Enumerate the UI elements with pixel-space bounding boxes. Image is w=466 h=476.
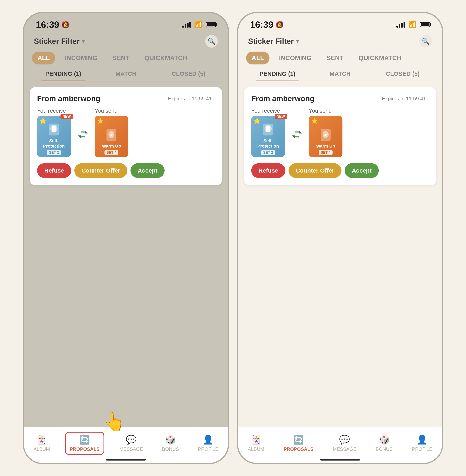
nav-item-message[interactable]: 💬 MESSAGE [329,433,360,454]
cursor-hand: 👆 [103,411,125,432]
album-nav-icon: 🃏 [36,435,47,445]
send-label: You send [309,108,342,114]
proposals-nav-icon: 🔄 [293,435,304,445]
app-container: 16:39 🔕 📶 Sticker Filter ▾ [23,12,443,464]
sub-tabs: PENDING (1) MATCH CLOSED (5) [24,66,228,81]
counter-offer-button[interactable]: Counter Offer [74,163,127,178]
status-bar: 16:39 🔕 📶 [238,13,442,31]
filter-tab-all[interactable]: ALL [246,52,269,64]
counter-offer-button[interactable]: Counter Offer [289,163,341,178]
send-side: You send ⭐ Warm Up SET 4 [94,108,128,157]
bell-icon: 🔕 [61,21,70,29]
proposals-nav-icon: 🔄 [79,435,90,445]
status-time: 16:39 🔕 [250,19,284,30]
wifi-icon: 📶 [194,21,202,29]
sub-tab-pending[interactable]: PENDING (1) [32,66,94,81]
sticker-filter-label: Sticker Filter [34,37,80,46]
nav-item-bonus[interactable]: 🎲 BONUS [158,433,183,454]
self-protection-art [260,122,276,138]
proposals-nav-label: PROPOSALS [70,446,100,452]
proposal-card: From amberwong Expires in 11:59:41 › You… [244,87,436,185]
search-icon: 🔍 [208,37,216,45]
svg-rect-3 [52,129,56,132]
send-sticker-card: ⭐ Warm Up SET 4 [309,116,342,157]
sub-tab-match[interactable]: MATCH [309,66,372,81]
nav-item-album[interactable]: 🃏 ALBUM [30,433,54,454]
trade-arrows-icon [77,128,89,143]
expires-text: Expires in 11:59:41 › [168,96,215,102]
receive-star-icon: ⭐ [39,118,47,124]
trade-area: You receive ⭐ NEW Self-Protection [251,108,429,157]
sub-tabs: PENDING (1) MATCH CLOSED (5) [238,66,442,81]
search-button[interactable]: 🔍 [419,35,432,47]
send-sticker-set: SET 4 [105,150,118,155]
main-content: From amberwong Expires in 11:59:41 › You… [24,87,228,427]
filter-tab-sent[interactable]: SENT [321,52,349,64]
filter-tab-quickmatch[interactable]: QUICKMATCH [353,52,407,64]
proposal-card: From amberwong Expires in 11:59:41 › You… [30,87,222,185]
filter-tabs: ALL INCOMING SENT QUICKMATCH [238,52,442,64]
sub-tab-match[interactable]: MATCH [94,66,157,81]
new-badge: NEW [275,114,287,119]
send-star-icon: ⭐ [97,118,104,124]
filter-tab-incoming[interactable]: INCOMING [59,52,103,64]
bonus-nav-label: BONUS [162,446,179,452]
profile-nav-label: PROFILE [412,446,432,452]
nav-item-album[interactable]: 🃏 ALBUM [244,433,268,454]
svg-marker-5 [78,136,85,139]
accept-button[interactable]: Accept [130,163,164,178]
refuse-button[interactable]: Refuse [37,163,71,178]
action-buttons: Refuse Counter Offer Accept [251,163,429,178]
status-time: 16:39 🔕 [36,19,70,30]
nav-item-profile[interactable]: 👤 PROFILE [194,433,222,454]
filter-tab-sent[interactable]: SENT [107,52,135,64]
chevron-down-icon: ▾ [82,38,85,45]
nav-item-bonus[interactable]: 🎲 BONUS [372,433,396,454]
nav-item-profile[interactable]: 👤 PROFILE [408,433,436,454]
message-nav-icon: 💬 [126,435,137,445]
receive-sticker-card: ⭐ NEW Self-Protection SET 2 [251,116,285,157]
refuse-button[interactable]: Refuse [251,163,285,178]
send-sticker-name: Warm Up [316,144,335,149]
warm-up-art [104,127,119,143]
filter-tab-quickmatch[interactable]: QUICKMATCH [139,52,193,64]
svg-rect-11 [266,129,270,132]
send-star-icon: ⭐ [311,118,318,124]
album-nav-icon: 🃏 [251,435,262,445]
nav-item-message[interactable]: 💬 MESSAGE [116,433,147,454]
receive-label: You receive [251,108,285,114]
warm-up-art [318,127,334,143]
nav-item-proposals[interactable]: 🔄 PROPOSALS [280,433,317,454]
send-sticker-set: SET 4 [319,150,333,155]
receive-sticker-card: ⭐ NEW Self-Protection SET 2 [37,116,71,157]
accept-button[interactable]: Accept [345,163,379,178]
album-nav-label: ALBUM [34,446,50,452]
svg-point-10 [266,126,270,129]
trade-area: You receive ⭐ NEW Self-Protection [37,108,215,157]
card-header: From amberwong Expires in 11:59:41 › [37,94,215,103]
filter-tab-incoming[interactable]: INCOMING [273,52,317,64]
search-button[interactable]: 🔍 [205,35,218,47]
nav-item-proposals[interactable]: 🔄 PROPOSALS [65,432,105,455]
sub-tab-closed[interactable]: CLOSED (5) [372,66,434,81]
from-text: From amberwong [37,94,100,103]
message-nav-label: MESSAGE [119,446,143,452]
chevron-down-icon: ▾ [296,38,299,45]
trade-arrows-icon [291,128,303,143]
svg-marker-13 [292,136,299,139]
svg-marker-12 [295,130,302,133]
battery-icon [206,22,216,27]
sub-tab-pending[interactable]: PENDING (1) [246,66,309,81]
bell-icon: 🔕 [275,21,284,29]
sticker-filter-dropdown[interactable]: Sticker Filter ▾ [248,37,299,46]
album-nav-label: ALBUM [248,446,264,452]
filter-tab-all[interactable]: ALL [32,52,55,64]
receive-side: You receive ⭐ NEW Self-Protection [37,108,71,157]
sticker-filter-dropdown[interactable]: Sticker Filter ▾ [34,37,85,46]
battery-icon [420,22,430,27]
sub-tab-closed[interactable]: CLOSED (5) [157,66,220,81]
expires-text: Expires in 11:59:41 › [382,96,429,102]
from-text: From amberwong [251,94,315,103]
home-indicator [320,459,360,461]
header: Sticker Filter ▾ 🔍 [238,31,442,52]
